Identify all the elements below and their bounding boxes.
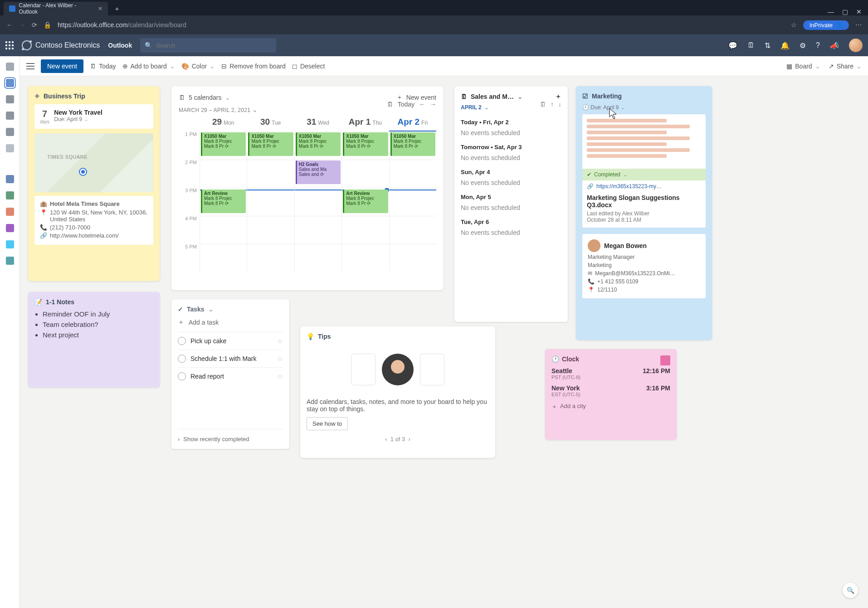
card-notes[interactable]: 📝1-1 Notes Reminder OOF in July Team cel… [28,292,160,387]
calendar-new-event[interactable]: ＋New event [396,93,436,102]
event-x1050[interactable]: X1050 MarMark 8 ProjecMark 8 Pr ⟳ [296,132,341,156]
card-marketing[interactable]: ☑Marketing 🕘 Due: April 9 ⌄ ✔Completed⌄ … [576,86,712,340]
today-button[interactable]: 🗓Today [90,63,116,70]
day-col-mon[interactable]: X1050 MarMark 8 ProjecMark 8 Pr ⟳ Art Re… [200,131,247,272]
trip-task[interactable]: 7 days New York Travel Due: April 9 ⌄ [34,104,153,129]
rail-skype-icon[interactable] [6,240,14,248]
zoom-button[interactable]: 🔍 [843,583,858,598]
pager-next-icon[interactable]: › [409,436,410,443]
task-row[interactable]: Schedule 1:1 with Mark☆ [178,350,283,367]
task-checkbox[interactable] [178,337,186,345]
whatsnew-icon[interactable]: 📣 [830,41,839,50]
calendar-selector[interactable]: 🗓5 calendars⌄ [179,94,230,101]
star-icon[interactable]: ☆ [277,373,283,380]
day-header[interactable]: 31Wed [294,117,341,131]
card-business-trip[interactable]: ✧Business Trip 7 days New York Travel Du… [28,86,160,281]
pager-prev-icon[interactable]: ‹ [385,436,387,443]
remove-from-board-button[interactable]: ⊟Remove from board [221,63,286,70]
window-minimize-icon[interactable]: — [828,8,834,15]
board-view-button[interactable]: ▦Board⌄ [786,63,820,70]
rail-excel-icon[interactable] [6,191,14,199]
event-x1050[interactable]: X1050 MarMark 8 ProjecMark 8 Pr ⟳ [390,132,435,156]
rail-word-icon[interactable] [6,175,14,183]
rail-todo-icon[interactable] [6,128,14,136]
meet-now-icon[interactable]: 🗓 [747,41,755,49]
doc-link[interactable]: https://m365x135223-my… [596,183,662,190]
chevron-down-icon[interactable]: ⌄ [623,171,628,178]
new-event-button[interactable]: New event [41,59,83,73]
close-tab-icon[interactable]: ✕ [98,5,102,12]
chevron-down-icon[interactable]: ⌄ [517,93,523,100]
agenda-date-button[interactable]: APRIL 2 ⌄ [461,104,489,111]
nav-back-icon[interactable]: ← [6,21,13,29]
event-h2[interactable]: H2 GoalsSales and MaSales and ⟳ [296,161,341,184]
task-row[interactable]: Pick up cake☆ [178,332,283,350]
star-icon[interactable]: ☆ [277,355,283,362]
task-checkbox[interactable] [178,355,186,363]
day-header-active[interactable]: Apr 2Fri [389,117,436,131]
event-x1050[interactable]: X1050 MarMark 8 ProjecMark 8 Pr ⟳ [343,132,388,156]
task-checkbox[interactable] [178,372,186,380]
see-how-to-button[interactable]: See how to [307,417,348,430]
agenda-calendar-icon[interactable]: 🗓 [540,101,546,108]
event-art[interactable]: Art ReviewMark 8 ProjecMark 8 Pr ⟳ [343,190,388,213]
org-brand[interactable]: Contoso Electronics [22,40,100,50]
hotel-card[interactable]: 🏨 Hotel Mela Times Square 📍120 W 44th St… [34,196,153,245]
chevron-down-icon[interactable]: ⌄ [252,106,258,113]
card-clock[interactable]: 🕐Clock SeattlePST (UTC-8) 12:16 PM New Y… [545,349,677,440]
event-art[interactable]: Art ReviewMark 8 ProjecMark 8 Pr ⟳ [201,190,246,213]
color-swatch[interactable] [660,355,670,365]
teams-chat-icon[interactable]: 💬 [728,41,737,50]
agenda-up-icon[interactable]: ↑ [551,101,554,108]
browser-tab[interactable]: Calendar - Alex Wilber - Outlook ✕ [4,2,108,15]
new-tab-button[interactable]: ＋ [111,3,123,15]
day-col-fri[interactable]: X1050 MarMark 8 ProjecMark 8 Pr ⟳ [389,131,436,272]
day-header[interactable]: Apr 1Thu [341,117,389,131]
chevron-down-icon[interactable]: ⌄ [84,116,88,122]
day-col-thu[interactable]: X1050 MarMark 8 ProjecMark 8 Pr ⟳ Art Re… [341,131,389,272]
add-to-board-button[interactable]: ⊕Add to board⌄ [122,63,175,70]
app-name[interactable]: Outlook [108,42,132,49]
rail-mail-icon[interactable] [6,63,14,71]
card-tasks[interactable]: ✓Tasks⌄ ＋Add a task Pick up cake☆ Schedu… [171,299,289,449]
event-x1050[interactable]: X1050 MarMark 8 ProjecMark 8 Pr ⟳ [248,132,293,156]
today-label[interactable]: Today [398,101,414,108]
day-header[interactable]: 30Tue [247,117,294,131]
day-col-tue[interactable]: X1050 MarMark 8 ProjecMark 8 Pr ⟳ [247,131,294,272]
app-launcher-icon[interactable] [5,41,14,49]
me-avatar[interactable] [849,39,863,52]
inprivate-badge[interactable]: InPrivate👤 [803,20,849,30]
add-task-button[interactable]: ＋Add a task [178,318,283,326]
jump-today-icon[interactable]: 🗓 [387,101,393,108]
card-tips[interactable]: 💡Tips Add calendars, tasks, notes, and m… [300,326,495,458]
mail-sync-icon[interactable]: ⇅ [765,41,770,50]
chevron-down-icon[interactable]: ⌄ [208,306,214,313]
notifications-icon[interactable]: 🔔 [780,41,790,50]
chevron-down-icon[interactable]: ⌄ [620,104,625,111]
rail-onenote-icon[interactable] [6,224,14,232]
address-url[interactable]: https://outlook.office.com/calendar/view… [58,21,186,29]
prev-week-icon[interactable]: ← [419,101,425,108]
card-calendar[interactable]: 🗓5 calendars⌄ ＋New event MARCH 29 – APRI… [171,86,444,290]
deselect-button[interactable]: ◻Deselect [292,63,325,70]
site-lock-icon[interactable]: 🔒 [44,21,51,29]
event-x1050[interactable]: X1050 MarMark 8 ProjecMark 8 Pr ⟳ [201,132,246,156]
window-close-icon[interactable]: ✕ [856,8,862,15]
board-canvas[interactable]: ✧Business Trip 7 days New York Travel Du… [20,76,868,608]
search-input[interactable] [156,42,272,49]
help-icon[interactable]: ? [816,41,820,49]
settings-gear-icon[interactable]: ⚙ [800,41,806,50]
rail-bookings-icon[interactable] [6,257,14,265]
person-card[interactable]: Megan Bowen Marketing Manager Marketing … [582,234,706,298]
nav-refresh-icon[interactable]: ⟳ [32,21,37,29]
add-city-button[interactable]: ＋Add a city [551,403,670,411]
marketing-doc[interactable]: ✔Completed⌄ 🔗https://m365x135223-my… Mar… [582,114,706,228]
show-completed-button[interactable]: ›Show recently completed [178,429,283,443]
favorite-icon[interactable]: ☆ [791,21,797,29]
card-agenda[interactable]: 🗓Sales and M…⌄ ＋ APRIL 2 ⌄ 🗓↑↓ Today • F… [454,86,568,322]
share-button[interactable]: ↗Share⌄ [829,63,862,70]
rail-more-icon[interactable] [6,144,14,152]
task-row[interactable]: Read report☆ [178,367,283,385]
search-box[interactable]: 🔍 [140,38,276,53]
rail-files-icon[interactable] [6,112,14,120]
